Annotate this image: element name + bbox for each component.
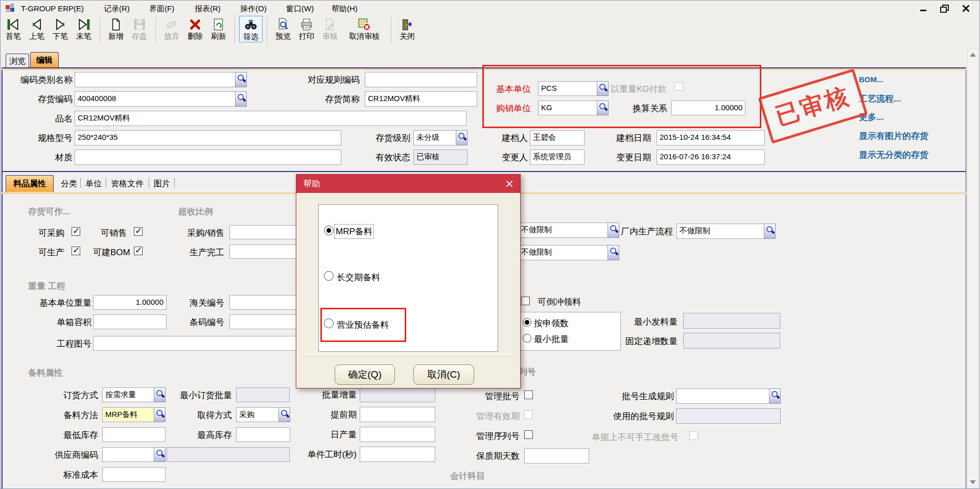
toolbar-first-record[interactable]: 首笔 <box>2 16 25 41</box>
purchasable-checkbox[interactable] <box>72 227 80 236</box>
supplier-code-field[interactable] <box>102 447 166 462</box>
restriction-field-2[interactable]: 不做限制 <box>518 245 619 260</box>
scroll-up-icon[interactable] <box>970 53 976 57</box>
dialog-option-sales-forecast-label[interactable]: 营业预估备料 <box>337 319 389 331</box>
factory-flow-field[interactable]: 不做限制 <box>676 224 776 239</box>
dialog-option-long-lead-label[interactable]: 长交期备料 <box>337 272 380 283</box>
modifier-input[interactable]: 系统管理员 <box>530 150 585 165</box>
toolbar-filter[interactable]: 筛选 <box>239 16 263 42</box>
subtab-unit[interactable]: 单位 <box>85 179 102 189</box>
min-batch-radio[interactable] <box>523 334 531 343</box>
lookup-icon[interactable] <box>456 130 468 145</box>
toolbar-cancel-audit[interactable]: 取消审核 <box>342 16 387 41</box>
min-stock-input[interactable] <box>102 427 166 442</box>
lookup-icon[interactable] <box>235 91 247 107</box>
menu-window[interactable]: 窗口(W) <box>286 4 314 14</box>
menu-help[interactable]: 帮助(H) <box>332 4 358 14</box>
link-process[interactable]: 工艺流程... <box>859 93 901 105</box>
restriction-field-1[interactable]: 不做限制 <box>518 223 619 238</box>
toolbar-refresh[interactable]: 刷新 <box>207 16 230 41</box>
trade-unit-field[interactable]: KG <box>538 101 609 115</box>
toolbar-close[interactable]: 关闭 <box>395 16 419 41</box>
item-name-input[interactable]: CR12MOV精料 <box>365 91 477 107</box>
restore-button[interactable] <box>940 4 949 12</box>
toolbar-preview[interactable]: 预览 <box>271 16 295 41</box>
lookup-icon[interactable] <box>154 387 166 402</box>
lookup-icon[interactable] <box>154 407 166 422</box>
toolbar-delete[interactable]: 删除 <box>183 16 207 41</box>
dialog-radio-mrp[interactable] <box>324 226 334 235</box>
close-button[interactable] <box>961 4 970 12</box>
sellable-checkbox[interactable] <box>134 227 143 236</box>
unit-weight-input[interactable]: 1.00000 <box>93 295 167 310</box>
tab-edit[interactable]: 编辑 <box>30 52 59 68</box>
subtab-qualification[interactable]: 资格文件 <box>111 179 144 189</box>
conversion-input[interactable]: 1.00000 <box>671 101 745 115</box>
material-input[interactable] <box>75 150 341 165</box>
dialog-cancel-button[interactable]: 取消(C) <box>413 364 474 385</box>
dialog-close-icon[interactable] <box>505 179 514 188</box>
dialog-radio-long-lead[interactable] <box>324 271 334 281</box>
daily-output-input[interactable] <box>360 427 435 442</box>
order-mode-field[interactable]: 按需求量 <box>102 387 166 402</box>
toolbar-new[interactable]: 新增 <box>104 16 128 41</box>
minimize-button[interactable] <box>919 4 928 12</box>
prep-method-field[interactable]: MRP备料 <box>102 407 166 422</box>
product-name-input[interactable]: CR12MOV精料 <box>75 111 466 126</box>
subtab-images[interactable]: 图片 <box>154 179 170 189</box>
vertical-scrollbar[interactable] <box>967 48 978 488</box>
lookup-icon[interactable] <box>764 224 776 239</box>
toolbar-prev-record[interactable]: 上笔 <box>25 16 49 41</box>
code-category-field[interactable] <box>75 72 247 87</box>
backflush-checkbox[interactable] <box>521 297 530 305</box>
level-field[interactable]: 未分级 <box>413 130 468 145</box>
toolbar-print[interactable]: 打印 <box>295 16 318 41</box>
box-volume-input[interactable] <box>93 314 167 329</box>
dialog-radio-sales-forecast[interactable] <box>324 319 334 328</box>
by-request-radio[interactable] <box>523 318 531 327</box>
spec-input[interactable]: 250*240*35 <box>75 130 341 145</box>
created-date-input[interactable]: 2015-10-24 16:34:54 <box>657 130 765 145</box>
bom-allowed-checkbox[interactable] <box>134 247 143 255</box>
acquire-mode-field[interactable]: 采购 <box>236 407 290 422</box>
scroll-down-icon[interactable] <box>970 480 976 484</box>
menu-operation[interactable]: 操作(O) <box>240 4 267 14</box>
std-cost-input[interactable] <box>102 467 166 482</box>
item-code-field[interactable]: 400400008 <box>75 91 247 107</box>
subtab-category[interactable]: 分类 <box>61 179 77 189</box>
manage-batch-checkbox[interactable] <box>524 390 533 399</box>
lookup-icon[interactable] <box>608 223 619 238</box>
menu-interface[interactable]: 界面(F) <box>149 4 174 14</box>
shelf-life-input[interactable] <box>524 448 589 463</box>
lookup-icon[interactable] <box>597 101 609 115</box>
lookup-icon[interactable] <box>769 388 781 404</box>
base-unit-field[interactable]: PCS <box>538 81 609 96</box>
lookup-icon[interactable] <box>597 81 609 96</box>
tab-browse[interactable]: 浏览 <box>6 54 29 68</box>
lead-time-input[interactable] <box>360 407 435 422</box>
menu-app[interactable]: T-GROUP ERP(E) <box>21 4 84 13</box>
toolbar-next-record[interactable]: 下笔 <box>49 16 72 41</box>
creator-input[interactable]: 王碧会 <box>530 130 585 145</box>
lookup-icon[interactable] <box>608 245 619 260</box>
modified-date-input[interactable]: 2016-07-26 16:37:24 <box>657 150 765 165</box>
max-stock-input[interactable] <box>236 427 290 442</box>
dialog-ok-button[interactable]: 确定(Q) <box>335 364 395 385</box>
subtab-item-attributes[interactable]: 料品属性 <box>6 175 54 192</box>
dialog-option-mrp-label[interactable]: MRP备料 <box>336 226 372 237</box>
dialog-titlebar[interactable]: 帮助 <box>296 175 520 193</box>
link-show-with-images[interactable]: 显示有图片的存货 <box>859 130 928 142</box>
menu-record[interactable]: 记录(R) <box>104 4 130 14</box>
lookup-icon[interactable] <box>278 407 290 422</box>
unit-hours-input[interactable] <box>360 447 435 462</box>
rule-code-input[interactable] <box>365 72 477 87</box>
manage-serial-checkbox[interactable] <box>524 430 533 439</box>
toolbar-last-record[interactable]: 末笔 <box>72 16 96 41</box>
batch-rule-field[interactable] <box>676 388 781 404</box>
lookup-icon[interactable] <box>235 72 247 87</box>
link-show-unclassified[interactable]: 显示无分类的存货 <box>859 149 928 161</box>
producible-checkbox[interactable] <box>72 247 80 255</box>
lookup-icon[interactable] <box>154 447 166 462</box>
menu-report[interactable]: 报表(R) <box>195 4 221 14</box>
link-bom[interactable]: BOM... <box>859 75 883 84</box>
